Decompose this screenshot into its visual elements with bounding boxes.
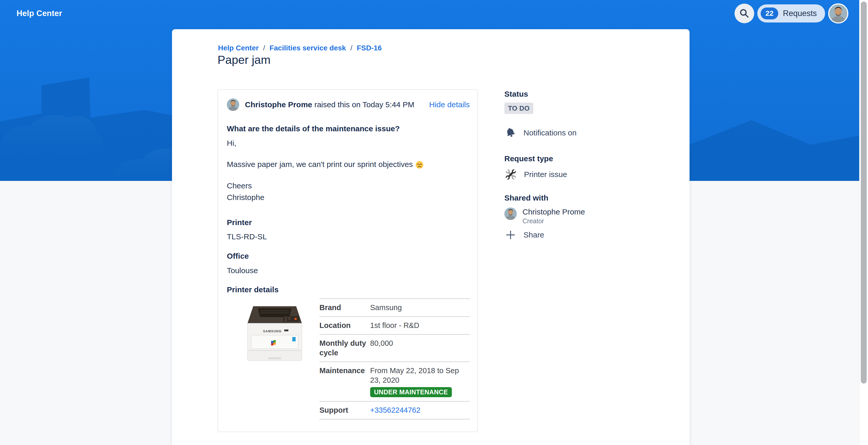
breadcrumb-help-center[interactable]: Help Center: [218, 44, 259, 52]
request-question: What are the details of the maintenance …: [227, 124, 400, 134]
row-label: Location: [319, 321, 370, 330]
printer-spec-table: Brand Samsung Location 1st floor - R&D M…: [319, 299, 470, 419]
message-text: Massive paper jam, we can't print our sp…: [227, 160, 413, 169]
requests-button[interactable]: 22 Requests: [757, 4, 825, 23]
field-label-office: Office: [227, 251, 249, 261]
requests-label: Requests: [783, 9, 817, 18]
request-raised-line: Christophe Prome raised this on Today 5:…: [245, 100, 414, 109]
page-title: Paper jam: [218, 53, 271, 67]
maintenance-dates: From May 22, 2018 to Sep 23, 2020: [370, 367, 459, 384]
shared-person-info: Christophe Prome Creator: [523, 207, 585, 225]
maintenance-status-badge: UNDER MAINTENANCE: [370, 387, 452, 397]
user-photo-avatar-icon: [227, 98, 239, 111]
table-row-brand: Brand Samsung: [319, 299, 470, 316]
profile-avatar[interactable]: [828, 3, 848, 24]
request-sidebar: Status TO DO Notifications on Request ty…: [504, 89, 673, 241]
hide-details-link[interactable]: Hide details: [429, 100, 470, 109]
message-body: Massive paper jam, we can't print our sp…: [227, 160, 424, 169]
row-label: Maintenance: [319, 366, 370, 397]
crossed-wrenches-icon: [504, 168, 517, 181]
plus-icon: [506, 230, 516, 240]
shared-person-row: Christophe Prome Creator: [504, 207, 673, 225]
svg-text:SAMSUNG: SAMSUNG: [263, 330, 282, 333]
shared-person-role: Creator: [523, 217, 585, 225]
search-button[interactable]: [735, 4, 754, 23]
shared-person-avatar: [504, 207, 517, 220]
printer-details-section: SAMSUNG Brand Samsung: [227, 299, 470, 424]
breadcrumb: Help Center / Facilities service desk / …: [218, 44, 382, 52]
printer-details-heading: Printer details: [227, 285, 279, 295]
breadcrumb-issue-key[interactable]: FSD-16: [356, 44, 381, 52]
row-label: Monthly duty cycle: [319, 339, 370, 358]
row-value: 1st floor - R&D: [370, 321, 470, 330]
requests-count-badge: 22: [761, 7, 778, 20]
search-icon: [739, 8, 750, 19]
scrollbar-track[interactable]: [859, 0, 868, 445]
row-label: Brand: [319, 303, 370, 312]
shared-with-heading: Shared with: [504, 193, 673, 203]
request-page-card: Help Center / Facilities service desk / …: [172, 29, 689, 445]
field-value-office: Toulouse: [227, 266, 258, 275]
user-photo-avatar-icon: [504, 207, 517, 220]
table-row-duty-cycle: Monthly duty cycle 80,000: [319, 334, 470, 362]
notifications-label: Notifications on: [524, 129, 577, 137]
notifications-toggle[interactable]: Notifications on: [504, 126, 673, 139]
share-label: Share: [524, 231, 544, 239]
signoff-line: Cheers: [227, 181, 252, 191]
field-label-printer: Printer: [227, 217, 252, 228]
message-greeting: Hi,: [227, 138, 237, 148]
share-button[interactable]: Share: [504, 229, 673, 241]
row-value: Samsung: [370, 303, 470, 312]
top-navigation-bar: Help Center 22 Requests: [0, 0, 868, 27]
user-photo-avatar-icon: [829, 4, 847, 23]
field-value-printer: TLS-RD-SL: [227, 232, 267, 242]
topbar-actions: 22 Requests: [735, 3, 848, 24]
table-row-maintenance: Maintenance From May 22, 2018 to Sep 23,…: [319, 362, 470, 401]
printer-photo: SAMSUNG: [245, 300, 304, 362]
row-label: Support: [319, 406, 370, 415]
support-phone-link[interactable]: +33562244762: [370, 406, 420, 414]
app-title: Help Center: [17, 9, 62, 18]
row-value: 80,000: [370, 339, 470, 358]
raised-meta-text: raised this on Today 5:44 PM: [314, 100, 414, 109]
status-badge: TO DO: [504, 103, 533, 114]
breadcrumb-separator: /: [263, 44, 265, 52]
signoff-name: Christophe: [227, 193, 264, 202]
bell-icon: [504, 127, 517, 139]
reporter-avatar: [227, 98, 239, 111]
breadcrumb-service-desk[interactable]: Facilities service desk: [270, 44, 346, 52]
row-value: From May 22, 2018 to Sep 23, 2020 UNDER …: [370, 366, 470, 397]
table-row-location: Location 1st floor - R&D: [319, 316, 470, 334]
scrollbar-thumb[interactable]: [861, 2, 867, 383]
request-type-value: Printer issue: [524, 170, 567, 179]
breadcrumb-separator: /: [350, 44, 352, 52]
request-header: Christophe Prome raised this on Today 5:…: [227, 98, 470, 111]
shared-person-name: Christophe Prome: [523, 207, 585, 216]
reporter-name: Christophe Prome: [245, 100, 312, 109]
status-heading: Status: [504, 89, 673, 99]
table-row-support: Support +33562244762: [319, 401, 470, 419]
disappointed-face-emoji-icon: [415, 161, 424, 169]
request-details-card: Christophe Prome raised this on Today 5:…: [218, 89, 478, 432]
request-type-heading: Request type: [504, 154, 673, 164]
request-type-row: Printer issue: [504, 168, 673, 181]
